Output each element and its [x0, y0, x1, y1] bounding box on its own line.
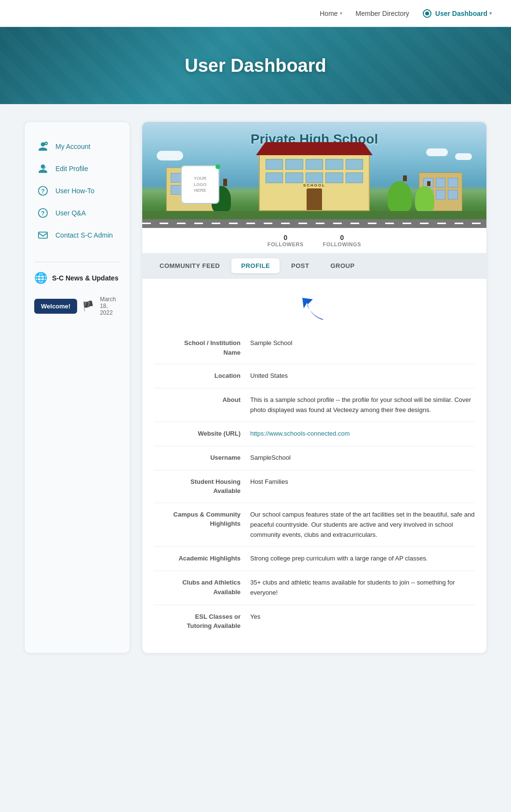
logo-placeholder[interactable]: YOUR LOGO HERE [181, 165, 219, 204]
chevron-down-icon: ▾ [340, 11, 342, 16]
page-title: User Dashboard [185, 55, 326, 76]
field-academic-highlights: Academic Highlights Strong college prep … [154, 547, 475, 571]
sidebar-item-label-user-how-to: User How-To [55, 187, 94, 195]
nav-links: Home ▾ Member Directory User Dashboard ▾ [320, 9, 492, 18]
followings-item: 0 FOLLOWINGS [323, 234, 362, 247]
field-campus-highlights: Campus & CommunityHighlights Our school … [154, 503, 475, 547]
school-scene: SCHOOL [142, 141, 486, 228]
tab-community-feed[interactable]: COMMUNITY FEED [150, 258, 229, 273]
tab-post[interactable]: POST [282, 258, 319, 273]
field-student-housing: Student HousingAvailable Host Families [154, 470, 475, 503]
logo-placeholder-text: YOUR LOGO HERE [194, 175, 207, 194]
field-label-campus-highlights: Campus & CommunityHighlights [154, 510, 250, 529]
field-value-campus-highlights: Our school campus features state of the … [250, 510, 475, 540]
building-main: SCHOOL [259, 153, 370, 211]
sidebar-news-updates[interactable]: 🌐 S-C News & Updates [34, 270, 120, 292]
sidebar-item-user-how-to[interactable]: ? User How-To [34, 180, 120, 202]
main-container: My Account Edit Profile ? [14, 121, 497, 653]
tab-group[interactable]: GROUP [321, 258, 364, 273]
field-location: Location United States [154, 364, 475, 388]
followers-label: FOLLOWERS [268, 241, 304, 247]
chevron-down-icon: ▾ [489, 11, 492, 16]
field-clubs-athletics: Clubs and AthleticsAvailable 35+ clubs a… [154, 571, 475, 605]
cloud-left [157, 151, 183, 160]
tree-light-right2 [423, 181, 434, 213]
road-stripes [142, 223, 486, 224]
edit-profile-icon [36, 162, 50, 175]
globe-icon: 🌐 [34, 272, 47, 284]
sidebar-item-label-edit-profile: Edit Profile [55, 165, 88, 173]
field-value-school-name: Sample School [250, 338, 475, 348]
building-sign: SCHOOL [303, 183, 325, 187]
field-label-esl-classes: ESL Classes orTutoring Available [154, 612, 250, 631]
sidebar-item-label-my-account: My Account [55, 143, 90, 150]
sidebar-welcome-section: Welcome! 🏴 March 18, 2022 [34, 296, 120, 316]
building-door [307, 188, 322, 210]
news-label: S-C News & Updates [52, 274, 119, 282]
field-label-academic-highlights: Academic Highlights [154, 554, 250, 563]
followings-count: 0 [323, 234, 362, 241]
field-value-website[interactable]: https://www.schools-connected.com [250, 429, 475, 439]
field-value-academic-highlights: Strong college prep curriculum with a la… [250, 554, 475, 564]
sidebar: My Account Edit Profile ? [24, 121, 130, 653]
svg-text:?: ? [41, 188, 44, 195]
field-value-student-housing: Host Families [250, 477, 475, 487]
tab-profile[interactable]: PROFILE [231, 258, 280, 273]
field-value-username: SampleSchool [250, 453, 475, 463]
building-roof [256, 142, 373, 155]
help-outline-icon: ? [36, 206, 50, 220]
cover-image: Private High School [142, 122, 486, 228]
field-value-esl-classes: Yes [250, 612, 475, 622]
field-label-website: Website (URL) [154, 429, 250, 439]
sidebar-menu: My Account Edit Profile ? [34, 135, 120, 246]
arrow-indicator [154, 279, 475, 332]
blue-arrow-svg [295, 288, 334, 327]
tree-dark-left [219, 179, 231, 213]
sidebar-item-my-account[interactable]: My Account [34, 135, 120, 158]
profile-card: Private High School [142, 121, 487, 653]
welcome-button[interactable]: Welcome! [34, 299, 77, 314]
field-about: About This is a sample school profile --… [154, 388, 475, 423]
field-label-location: Location [154, 371, 250, 381]
field-label-username: Username [154, 453, 250, 463]
road [142, 219, 486, 228]
followings-label: FOLLOWINGS [323, 241, 362, 247]
field-username: Username SampleSchool [154, 446, 475, 470]
field-label-clubs-athletics: Clubs and AthleticsAvailable [154, 578, 250, 597]
profile-content: School / InstitutionName Sample School L… [142, 279, 486, 653]
cloud-right [426, 148, 448, 156]
field-school-name: School / InstitutionName Sample School [154, 332, 475, 364]
email-icon [36, 228, 50, 242]
svg-text:?: ? [41, 210, 44, 217]
cloud-far-right [455, 153, 472, 160]
field-esl-classes: ESL Classes orTutoring Available Yes [154, 605, 475, 638]
logo-online-dot [215, 164, 220, 169]
field-website: Website (URL) https://www.schools-connec… [154, 422, 475, 446]
nav-home[interactable]: Home ▾ [320, 10, 342, 17]
field-value-location: United States [250, 371, 475, 381]
top-navigation: Home ▾ Member Directory User Dashboard ▾ [0, 0, 511, 27]
profile-tabs: COMMUNITY FEED PROFILE POST GROUP [142, 253, 486, 279]
field-label-about: About [154, 395, 250, 405]
sidebar-divider [34, 262, 120, 262]
field-value-about: This is a sample school profile -- the p… [250, 395, 475, 415]
field-label-school-name: School / InstitutionName [154, 338, 250, 357]
sidebar-item-label-contact-admin: Contact S-C Admin [55, 231, 113, 239]
followers-bar: 0 FOLLOWERS 0 FOLLOWINGS [142, 228, 486, 253]
followers-item: 0 FOLLOWERS [268, 234, 304, 247]
sidebar-item-label-user-qa: User Q&A [55, 209, 86, 217]
tree-light-right1 [398, 175, 412, 213]
welcome-date: March 18, 2022 [100, 296, 120, 316]
field-label-student-housing: Student HousingAvailable [154, 477, 250, 496]
nav-member-directory[interactable]: Member Directory [356, 10, 409, 17]
sidebar-item-edit-profile[interactable]: Edit Profile [34, 158, 120, 180]
main-content: Private High School [142, 121, 487, 653]
sidebar-item-contact-admin[interactable]: Contact S-C Admin [34, 224, 120, 246]
nav-user-dashboard[interactable]: User Dashboard ▾ [423, 9, 492, 18]
followers-count: 0 [268, 234, 304, 241]
account-icon [36, 140, 50, 153]
hero-banner: User Dashboard [0, 27, 511, 104]
sidebar-item-user-qa[interactable]: ? User Q&A [34, 202, 120, 224]
help-circle-icon: ? [36, 184, 50, 198]
flag-icon: 🏴 [82, 300, 94, 312]
